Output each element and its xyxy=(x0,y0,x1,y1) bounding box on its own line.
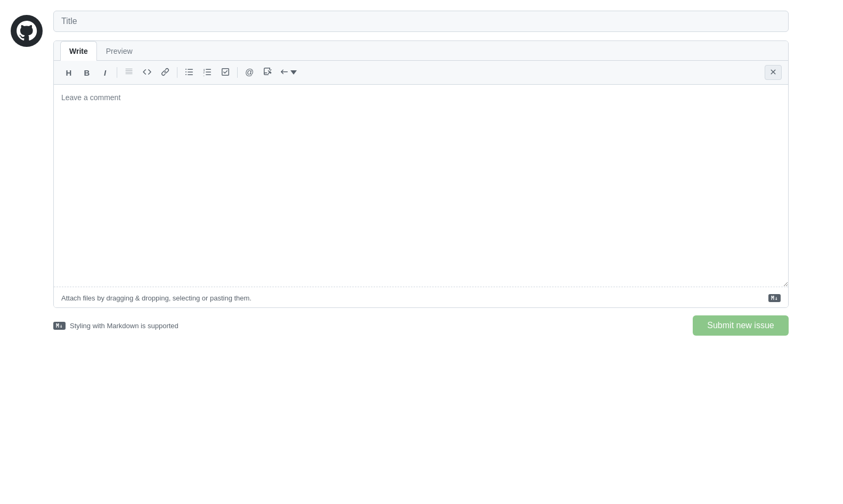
link-icon xyxy=(161,68,169,78)
toolbar-link-button[interactable] xyxy=(157,65,174,80)
comment-textarea[interactable] xyxy=(54,85,788,287)
quote-icon xyxy=(125,68,133,78)
svg-point-0 xyxy=(11,15,43,47)
toolbar-undo-button[interactable] xyxy=(277,65,301,80)
toolbar-expand-button[interactable] xyxy=(765,65,782,80)
toolbar-italic-button[interactable]: I xyxy=(96,65,114,80)
task-list-icon xyxy=(221,68,230,78)
mention-icon: @ xyxy=(245,68,254,77)
markdown-support: M↓ Styling with Markdown is supported xyxy=(53,322,179,330)
toolbar-quote-button[interactable] xyxy=(120,65,137,80)
tab-write[interactable]: Write xyxy=(60,41,97,61)
toolbar-ordered-list-button[interactable] xyxy=(199,65,216,80)
main-content: Write Preview H B I xyxy=(53,11,789,336)
title-input[interactable] xyxy=(53,11,789,32)
heading-icon: H xyxy=(66,68,72,77)
attach-bar: Attach files by dragging & dropping, sel… xyxy=(54,289,788,307)
code-icon xyxy=(143,68,151,78)
ordered-list-icon xyxy=(203,68,212,78)
markdown-badge-icon: M↓ xyxy=(768,294,781,302)
toolbar-unordered-list-button[interactable] xyxy=(181,65,198,80)
reference-icon xyxy=(263,68,272,78)
toolbar-mention-button[interactable]: @ xyxy=(241,65,258,80)
toolbar-divider-3 xyxy=(237,67,238,78)
github-logo xyxy=(11,15,43,47)
toolbar-code-button[interactable] xyxy=(139,65,156,80)
toolbar-divider-2 xyxy=(177,67,177,78)
markdown-support-text: Styling with Markdown is supported xyxy=(70,322,179,330)
editor-container: Write Preview H B I xyxy=(53,40,789,308)
unordered-list-icon xyxy=(185,68,193,78)
toolbar-reference-button[interactable] xyxy=(259,65,276,80)
bold-icon: B xyxy=(84,68,90,77)
undo-icon xyxy=(280,68,298,77)
expand-icon xyxy=(769,68,777,78)
tabs-bar: Write Preview xyxy=(54,41,788,61)
italic-icon: I xyxy=(104,68,106,77)
markdown-footer-icon: M↓ xyxy=(53,322,66,330)
editor-toolbar: H B I xyxy=(54,61,788,85)
tab-preview[interactable]: Preview xyxy=(97,41,142,61)
toolbar-bold-button[interactable]: B xyxy=(78,65,95,80)
footer: M↓ Styling with Markdown is supported Su… xyxy=(53,315,789,336)
attach-text: Attach files by dragging & dropping, sel… xyxy=(61,294,252,302)
toolbar-task-list-button[interactable] xyxy=(217,65,234,80)
submit-new-issue-button[interactable]: Submit new issue xyxy=(693,315,789,336)
toolbar-heading-button[interactable]: H xyxy=(60,65,77,80)
toolbar-divider-1 xyxy=(117,67,117,78)
